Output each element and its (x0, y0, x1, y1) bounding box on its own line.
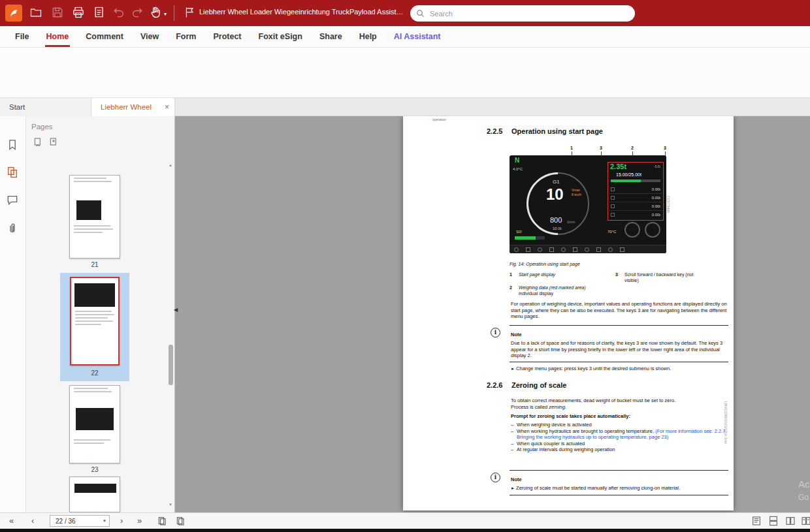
facing-view-icon[interactable] (785, 516, 796, 527)
menu-comment[interactable]: Comment (77, 26, 132, 47)
watermark-line-1: Ac (798, 478, 810, 490)
fuel-bar (515, 236, 545, 240)
mini-gauge (624, 222, 640, 238)
selected-thumbnail-highlight: 22 (60, 273, 129, 381)
section-number: 2.2.5 (487, 127, 502, 136)
callout-2: 2 (631, 146, 634, 150)
scroll-down-icon[interactable]: ▼ (169, 503, 172, 507)
section-number-2: 2.2.6 (487, 381, 502, 390)
thumbnail-label-22: 22 (69, 369, 120, 377)
page-tool2-icon[interactable] (48, 137, 60, 149)
pages-panel-icon[interactable] (6, 166, 20, 180)
open-file-icon[interactable] (29, 6, 44, 20)
paragraph-1: For operation of weighing device, import… (511, 301, 729, 320)
previous-view-icon[interactable] (157, 516, 168, 527)
section-title: Operation using start page (511, 127, 603, 136)
menu-ai-assistant[interactable]: AI Assistant (385, 26, 449, 47)
attachments-panel-icon[interactable] (6, 222, 20, 236)
next-view-icon[interactable] (175, 516, 186, 527)
pages-panel-title: Pages (31, 123, 53, 131)
menu-help[interactable]: Help (351, 26, 385, 47)
status-bar: « ‹ 22 / 36 ▼ › » (0, 512, 810, 529)
page-combo-caret-icon[interactable]: ▼ (103, 519, 106, 523)
panel-scrollbar-thumb[interactable] (169, 345, 173, 385)
scroll-up-icon[interactable]: ▲ (169, 163, 172, 167)
bottom-edge-bar (0, 529, 810, 532)
info-icon: i (491, 473, 500, 482)
previous-page-button[interactable]: ‹ (31, 514, 34, 527)
search-input[interactable] (429, 9, 635, 18)
menu-form[interactable]: Form (167, 26, 204, 47)
thumbnail-label-23: 23 (69, 466, 120, 473)
bold-intro: Prompt for zeroing scale takes place aut… (511, 413, 729, 420)
page-thumbnail-21[interactable] (69, 175, 120, 258)
document-view-area[interactable]: operation 2.2.5 Operation using start pa… (175, 116, 810, 512)
ribbon-toolbar: Hand Select▾ SnapShot Clipboard▾ Zoom▾ P… (0, 48, 810, 98)
figure-caption: Fig. 14: Operation using start page (510, 261, 580, 268)
weighing-data-red-area: 2.35t -5.6t 15.00/25.00t 0.00t 0.00t 0.0… (608, 162, 664, 221)
last-page-button[interactable]: » (137, 514, 142, 527)
instrument-cluster-figure: N 4.0°C G1 10 Vmax 8 km/h 800 1/min 10.0… (510, 155, 666, 253)
hand-tool-icon[interactable] (149, 6, 163, 20)
page-thumbnail-22[interactable] (70, 277, 120, 366)
page-thumbnail-24[interactable] (69, 477, 120, 512)
pdf-page-22: operation 2.2.5 Operation using start pa… (403, 116, 734, 510)
first-page-button[interactable]: « (9, 514, 14, 527)
panel-collapse-icon[interactable]: ◀ (174, 307, 178, 313)
thumbnail-image (76, 408, 114, 430)
foxit-logo-icon[interactable] (5, 5, 22, 22)
print-icon[interactable] (72, 6, 86, 20)
thumbnail-image (74, 283, 115, 307)
callout-3b: 3 (664, 146, 666, 150)
note-block-1: Note Due to a lack of space and for reas… (510, 325, 728, 362)
figure-id-code: C02079499 (666, 196, 670, 213)
toolbar-separator (174, 5, 174, 21)
mini-gauge (645, 222, 660, 238)
document-edge-code: LBH/12296050/01/035A-1/en (724, 401, 728, 444)
document-title: Liebherr Wheel Loader Wiegeeinrichtung T… (199, 8, 405, 16)
page-tool-icon[interactable] (33, 137, 44, 149)
menu-foxit-esign[interactable]: Foxit eSign (250, 26, 311, 47)
menu-bar: File Home Comment View Form Protect Foxi… (0, 26, 810, 48)
pages-panel: Pages 21 22 (26, 116, 175, 512)
bullet-list: –When weighing device is activated –When… (511, 422, 729, 453)
thumbnail-image (74, 484, 116, 493)
menu-view[interactable]: View (132, 26, 167, 47)
facing-continuous-view-icon[interactable] (801, 516, 810, 527)
next-page-button[interactable]: › (120, 514, 123, 527)
undo-icon[interactable] (112, 6, 127, 20)
print-page-icon[interactable] (93, 6, 107, 20)
tab-start[interactable]: Start (0, 98, 91, 116)
running-header: operation (432, 117, 446, 123)
comments-panel-icon[interactable] (6, 193, 20, 208)
action-step: ► Change menu pages: press keys 3 until … (511, 366, 729, 373)
page-thumbnail-23[interactable] (69, 385, 120, 463)
menu-protect[interactable]: Protect (204, 26, 250, 47)
menu-share[interactable]: Share (311, 26, 351, 47)
callout-1: 1 (570, 146, 573, 150)
single-page-view-icon[interactable] (751, 516, 762, 527)
callout-3a: 3 (600, 146, 602, 150)
tab-document[interactable]: Liebherr Wheel Load... × (91, 98, 175, 116)
watermark-line-2: Go (798, 493, 809, 502)
menu-home[interactable]: Home (38, 26, 78, 47)
menu-file[interactable]: File (7, 26, 38, 47)
continuous-view-icon[interactable] (768, 516, 779, 527)
legend-item-1: Start page display (519, 272, 555, 278)
foxit-reader-window: ▾ Liebherr Wheel Loader Wiegeeinrichtung… (0, 0, 810, 532)
bookmarks-panel-icon[interactable] (6, 138, 20, 153)
hand-tool-caret-icon[interactable]: ▾ (164, 11, 167, 17)
search-box[interactable] (410, 5, 635, 22)
search-icon (415, 8, 425, 18)
navigation-icon-strip (0, 116, 26, 512)
save-icon[interactable] (51, 6, 65, 20)
info-icon: i (491, 328, 500, 337)
paragraph-2: To obtain correct measurements, dead wei… (511, 398, 729, 410)
title-bar: ▾ Liebherr Wheel Loader Wiegeeinrichtung… (0, 0, 810, 26)
page-number-input[interactable]: 22 / 36 ▼ (50, 515, 110, 527)
redo-icon[interactable] (131, 6, 145, 20)
tab-close-icon[interactable]: × (165, 98, 169, 116)
note-block-2: Note ► Zeroing of scale must be started … (510, 470, 728, 495)
flag-icon[interactable] (183, 6, 197, 20)
document-tab-bar: Start Liebherr Wheel Load... × (0, 98, 810, 116)
